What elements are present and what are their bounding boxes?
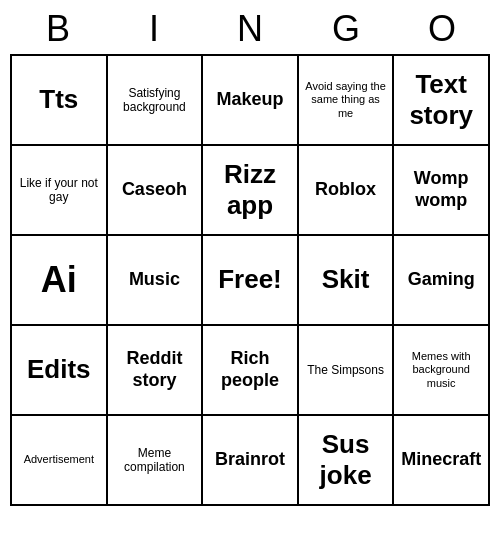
title-b: B	[14, 8, 102, 50]
cell-3-1: Reddit story	[108, 326, 204, 416]
cell-4-3: Sus joke	[299, 416, 395, 506]
cell-2-0: Ai	[12, 236, 108, 326]
cell-2-2: Free!	[203, 236, 299, 326]
cell-4-0: Advertisement	[12, 416, 108, 506]
cell-0-0: Tts	[12, 56, 108, 146]
title-i: I	[110, 8, 198, 50]
cell-2-1: Music	[108, 236, 204, 326]
cell-0-3: Avoid saying the same thing as me	[299, 56, 395, 146]
cell-4-4: Minecraft	[394, 416, 490, 506]
cell-0-4: Text story	[394, 56, 490, 146]
cell-0-1: Satisfying background	[108, 56, 204, 146]
cell-2-4: Gaming	[394, 236, 490, 326]
cell-1-0: Like if your not gay	[12, 146, 108, 236]
cell-4-2: Brainrot	[203, 416, 299, 506]
cell-3-0: Edits	[12, 326, 108, 416]
cell-0-2: Makeup	[203, 56, 299, 146]
cell-1-4: Womp womp	[394, 146, 490, 236]
cell-3-2: Rich people	[203, 326, 299, 416]
bingo-grid: TtsSatisfying backgroundMakeupAvoid sayi…	[10, 54, 490, 506]
cell-1-1: Caseoh	[108, 146, 204, 236]
cell-4-1: Meme compilation	[108, 416, 204, 506]
cell-2-3: Skit	[299, 236, 395, 326]
bingo-title: B I N G O	[10, 8, 490, 50]
cell-1-3: Roblox	[299, 146, 395, 236]
cell-3-4: Memes with background music	[394, 326, 490, 416]
cell-1-2: Rizz app	[203, 146, 299, 236]
title-n: N	[206, 8, 294, 50]
title-o: O	[398, 8, 486, 50]
cell-3-3: The Simpsons	[299, 326, 395, 416]
title-g: G	[302, 8, 390, 50]
